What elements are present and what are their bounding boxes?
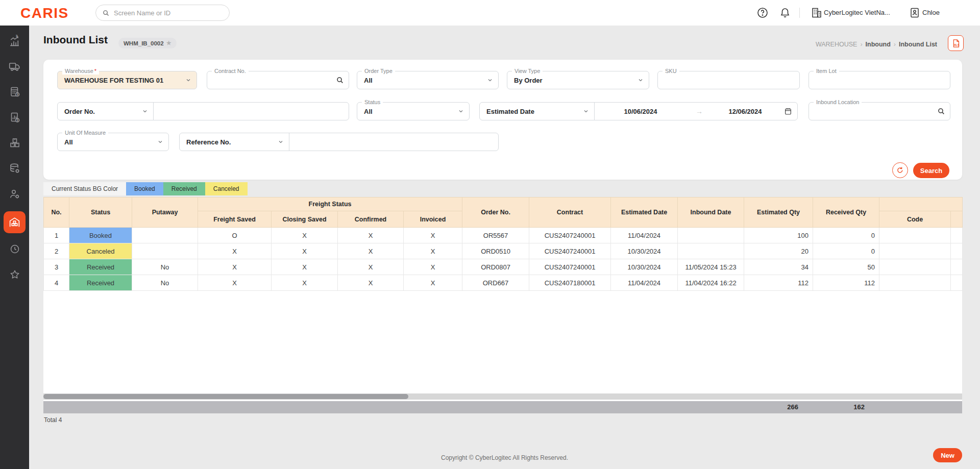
table-row[interactable]: 3ReceivedNoXXXXORD0807CUS240724000110/30…	[44, 259, 963, 275]
company-name[interactable]: CyberLogitec VietNa...	[824, 9, 890, 16]
sidebar-item-warehouse-active[interactable]	[4, 211, 26, 233]
cell-estimated-qty: 112	[744, 275, 813, 291]
search-icon[interactable]	[336, 76, 344, 84]
cell-contract: CUS2407180001	[529, 275, 611, 291]
global-search-input[interactable]	[114, 9, 223, 17]
col-header-no: No.	[44, 198, 69, 228]
sidebar-item-favorites[interactable]	[0, 263, 29, 286]
legend-title: Current Status BG Color	[43, 182, 126, 195]
cell-freight-flag: O	[198, 228, 272, 243]
chevron-down-icon	[278, 139, 284, 145]
cell-no: 3	[44, 259, 69, 275]
truck-icon	[8, 60, 21, 73]
chevron-down-icon	[142, 108, 148, 114]
cell-received-qty: 112	[813, 275, 879, 291]
new-button[interactable]: New	[933, 448, 962, 462]
cell-freight-flag: X	[272, 259, 338, 275]
export-xls-button[interactable]: XLS	[948, 35, 964, 51]
caris-logo: CARIS	[20, 6, 69, 21]
cell-contract: CUS2407240001	[529, 243, 611, 259]
date-to-input[interactable]: 12/06/2024	[712, 103, 778, 120]
view-type-select[interactable]: View Type By Order	[507, 71, 649, 89]
warehouse-select[interactable]: Warehouse* WAREHOUSE FOR TESTING 01	[57, 71, 197, 89]
search-icon[interactable]	[937, 107, 945, 115]
cell-freight-flag: X	[338, 243, 404, 259]
item-lot-field[interactable]: Item Lot	[808, 71, 950, 89]
breadcrumb-inbound-list[interactable]: Inbound List	[899, 41, 937, 48]
sidebar-item-transport[interactable]	[0, 55, 29, 78]
cell-status: Received	[69, 259, 132, 275]
reference-no-field: Reference No.	[179, 133, 499, 151]
sidebar-item-data-management[interactable]	[0, 157, 29, 180]
cell-putaway: No	[132, 259, 198, 275]
order-no-input[interactable]	[154, 103, 349, 120]
svg-text:$: $	[16, 118, 18, 122]
notifications-bell-icon[interactable]	[779, 7, 791, 19]
col-header-contract: Contract	[529, 198, 611, 228]
cell-order-no[interactable]: ORD0807	[462, 259, 529, 275]
help-icon[interactable]	[756, 7, 769, 19]
cell-freight-flag: X	[338, 228, 404, 243]
cell-estimated-date: 10/30/2024	[611, 259, 678, 275]
sku-field[interactable]: SKU	[657, 71, 800, 89]
cell-inbound-date	[678, 228, 744, 243]
col-header-code: Code	[879, 211, 951, 228]
breadcrumb-warehouse[interactable]: WAREHOUSE	[816, 41, 857, 48]
global-search[interactable]	[95, 5, 230, 21]
user-name[interactable]: Chloe	[922, 9, 940, 16]
cell-code	[879, 259, 951, 275]
col-header-order-no: Order No.	[462, 198, 529, 228]
cell-order-no[interactable]: ORD667	[462, 275, 529, 291]
table-row[interactable]: 1BookedOXXXOR5567CUS240724000111/04/2024…	[44, 228, 963, 243]
sidebar-item-history[interactable]	[0, 238, 29, 260]
warehouse-icon	[8, 216, 21, 229]
reference-no-type-select[interactable]: Reference No.	[180, 133, 289, 151]
xls-file-icon: XLS	[951, 38, 961, 48]
calendar-button[interactable]	[778, 103, 797, 120]
sidebar-item-settlement-report[interactable]: $	[0, 106, 29, 129]
app-root: CARIS CyberLogitec VietNa... Chloe $ $ $…	[0, 0, 980, 469]
breadcrumb-inbound[interactable]: Inbound	[866, 41, 891, 48]
table-row[interactable]: 2CanceledXXXXORD0510CUS240724000110/30/2…	[44, 243, 963, 259]
status-legend: Current Status BG Color BookedReceivedCa…	[43, 182, 248, 195]
cell-spare	[951, 243, 963, 259]
scrollbar-thumb[interactable]	[43, 394, 408, 399]
history-clock-icon	[9, 243, 21, 255]
table-row[interactable]: 4ReceivedNoXXXXORD667CUS240718000111/04/…	[44, 275, 963, 291]
sidebar-item-billing[interactable]: $	[0, 81, 29, 103]
inbound-location-field[interactable]: Inbound Location	[808, 102, 950, 120]
date-type-select[interactable]: Estimated Date	[480, 103, 594, 120]
date-range-arrow-icon: →	[687, 103, 712, 120]
sidebar-item-packages[interactable]	[0, 132, 29, 154]
date-from-input[interactable]: 10/06/2024	[595, 103, 687, 120]
col-header-estimated-date: Estimated Date	[611, 198, 678, 228]
cell-status: Canceled	[69, 243, 132, 259]
cell-freight-flag: X	[198, 275, 272, 291]
horizontal-scrollbar[interactable]	[43, 393, 962, 400]
favorite-star-icon[interactable]: ★	[166, 40, 172, 46]
calculator-billing-icon: $	[9, 86, 21, 98]
cell-inbound-date: 11/05/2024 15:23	[678, 259, 744, 275]
cell-spare	[951, 259, 963, 275]
reference-no-input[interactable]	[289, 133, 498, 151]
cell-order-no[interactable]: OR5567	[462, 228, 529, 243]
search-button[interactable]: Search	[913, 163, 949, 178]
order-no-type-select[interactable]: Order No.	[58, 103, 153, 120]
status-select[interactable]: Status All	[357, 102, 470, 120]
sidebar-item-sales-report[interactable]: $	[0, 30, 29, 52]
cell-code	[879, 243, 951, 259]
favorites-star-icon	[9, 268, 21, 281]
cell-no: 1	[44, 228, 69, 243]
contract-no-field[interactable]: Contract No.	[207, 71, 349, 89]
svg-text:XLS: XLS	[954, 43, 960, 46]
screen-id-badge[interactable]: WHM_IB_0002 ★	[118, 38, 177, 48]
inbound-table: No. Status Putaway Freight Status Order …	[43, 197, 963, 291]
sidebar-item-user-management[interactable]	[0, 183, 29, 205]
svg-text:$: $	[16, 92, 18, 96]
unit-of-measure-select[interactable]: Unit Of Measure All	[57, 133, 169, 151]
cell-order-no: ORD0510	[462, 243, 529, 259]
reset-filters-button[interactable]	[892, 162, 908, 178]
inbound-table-panel: No. Status Putaway Freight Status Order …	[43, 197, 962, 413]
cell-freight-flag: X	[198, 243, 272, 259]
order-type-select[interactable]: Order Type All	[357, 71, 499, 89]
